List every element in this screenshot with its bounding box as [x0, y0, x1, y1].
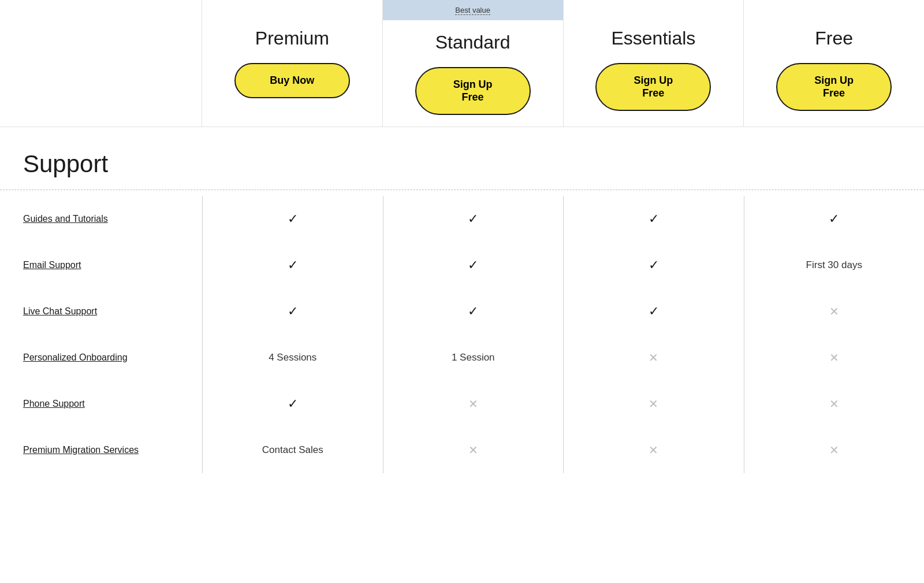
feature-row: Phone Support✓✕✕✕	[0, 381, 924, 427]
plan-header-free: Free Sign Up Free	[744, 0, 924, 127]
x-icon: ✕	[649, 397, 658, 411]
feature-name-1[interactable]: Email Support	[0, 250, 202, 281]
feature-cell-1-3: First 30 days	[744, 242, 925, 288]
check-icon: ✓	[468, 258, 478, 273]
feature-cell-0-0: ✓	[202, 196, 383, 242]
cell-text: 4 Sessions	[269, 352, 316, 363]
x-icon: ✕	[829, 397, 839, 411]
check-icon: ✓	[288, 396, 298, 411]
feature-cell-1-2: ✓	[563, 242, 744, 288]
signup-button-essentials[interactable]: Sign Up Free	[595, 63, 711, 111]
feature-cell-2-3: ✕	[744, 288, 925, 335]
feature-cell-1-1: ✓	[383, 242, 564, 288]
x-icon: ✕	[649, 443, 658, 457]
x-icon: ✕	[829, 305, 839, 318]
check-icon: ✓	[288, 211, 298, 226]
feature-cell-0-2: ✓	[563, 196, 744, 242]
feature-name-3[interactable]: Personalized Onboarding	[0, 342, 202, 373]
feature-row: Email Support✓✓✓First 30 days	[0, 242, 924, 288]
divider-row	[0, 190, 924, 190]
feature-cell-4-0: ✓	[202, 381, 383, 427]
feature-row: Personalized Onboarding4 Sessions1 Sessi…	[0, 335, 924, 381]
feature-cell-4-1: ✕	[383, 381, 564, 427]
plan-name-premium: Premium	[255, 28, 329, 49]
feature-col-spacer	[0, 0, 202, 127]
pricing-table: Premium Buy Now Best value Standard Sign…	[0, 0, 924, 583]
feature-cell-3-0: 4 Sessions	[202, 335, 383, 381]
check-icon: ✓	[649, 211, 659, 226]
buy-now-button[interactable]: Buy Now	[234, 63, 350, 98]
feature-cell-2-0: ✓	[202, 288, 383, 335]
feature-cell-3-1: 1 Session	[383, 335, 564, 381]
feature-name-0[interactable]: Guides and Tutorials	[0, 203, 202, 235]
feature-cell-0-1: ✓	[383, 196, 564, 242]
check-icon: ✓	[829, 211, 839, 226]
feature-cell-1-0: ✓	[202, 242, 383, 288]
feature-cell-4-2: ✕	[563, 381, 744, 427]
x-icon: ✕	[649, 351, 658, 365]
x-icon: ✕	[829, 351, 839, 365]
plan-header-essentials: Essentials Sign Up Free	[564, 0, 744, 127]
plan-header-standard: Best value Standard Sign Up Free	[383, 0, 564, 127]
check-icon: ✓	[649, 304, 659, 319]
support-title: Support	[0, 150, 924, 178]
feature-rows: Guides and Tutorials✓✓✓✓Email Support✓✓✓…	[0, 196, 924, 473]
feature-cell-4-3: ✕	[744, 381, 925, 427]
plan-name-essentials: Essentials	[611, 28, 695, 49]
signup-button-standard[interactable]: Sign Up Free	[415, 67, 531, 115]
x-icon: ✕	[468, 443, 478, 457]
check-icon: ✓	[288, 304, 298, 319]
feature-cell-0-3: ✓	[744, 196, 925, 242]
x-icon: ✕	[468, 397, 478, 411]
feature-cell-5-0: Contact Sales	[202, 427, 383, 473]
check-icon: ✓	[649, 258, 659, 273]
feature-cell-3-3: ✕	[744, 335, 925, 381]
feature-cell-2-2: ✓	[563, 288, 744, 335]
signup-button-free[interactable]: Sign Up Free	[776, 63, 892, 111]
cell-text: Contact Sales	[262, 444, 323, 456]
feature-cell-5-1: ✕	[383, 427, 564, 473]
plan-headers: Premium Buy Now Best value Standard Sign…	[0, 0, 924, 127]
plan-name-free: Free	[815, 28, 853, 49]
feature-row: Live Chat Support✓✓✓✕	[0, 288, 924, 335]
feature-name-5[interactable]: Premium Migration Services	[0, 435, 202, 466]
feature-row: Premium Migration ServicesContact Sales✕…	[0, 427, 924, 473]
check-icon: ✓	[468, 304, 478, 319]
feature-cell-5-3: ✕	[744, 427, 925, 473]
feature-cell-5-2: ✕	[563, 427, 744, 473]
feature-row: Guides and Tutorials✓✓✓✓	[0, 196, 924, 242]
feature-cell-2-1: ✓	[383, 288, 564, 335]
feature-name-2[interactable]: Live Chat Support	[0, 296, 202, 327]
feature-cell-3-2: ✕	[563, 335, 744, 381]
feature-name-4[interactable]: Phone Support	[0, 388, 202, 419]
plan-header-premium: Premium Buy Now	[202, 0, 383, 127]
plan-name-standard: Standard	[435, 32, 511, 53]
cell-text: 1 Session	[452, 352, 495, 363]
check-icon: ✓	[288, 258, 298, 273]
x-icon: ✕	[829, 443, 839, 457]
support-section: Support Guides and Tutorials✓✓✓✓Email Su…	[0, 127, 924, 496]
cell-text: First 30 days	[806, 259, 862, 271]
best-value-badge: Best value	[383, 0, 563, 20]
check-icon: ✓	[468, 211, 478, 226]
